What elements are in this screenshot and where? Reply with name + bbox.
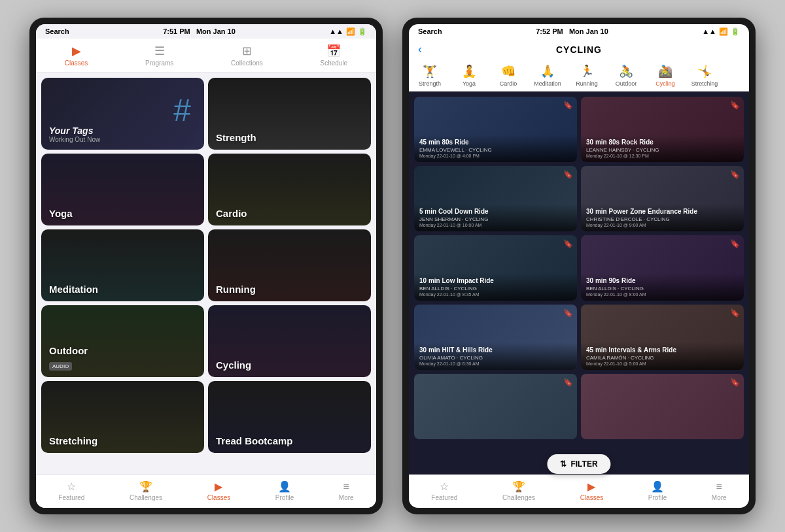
video-card-8[interactable]: 🔖 45 min Intervals & Arms Ride CAMILA RA… [581, 305, 744, 370]
tread-cell[interactable]: Tread Bootcamp [208, 381, 371, 453]
battery-icon: 🔋 [358, 27, 367, 36]
video-card-4[interactable]: 🔖 30 min Power Zone Endurance Ride CHRIS… [581, 166, 744, 231]
classes-tab-icon: ▶ [215, 480, 222, 493]
classes-tab-label: Classes [207, 494, 231, 501]
right-search-label: Search [418, 27, 442, 35]
right-challenges-label: Challenges [502, 494, 535, 501]
video-overlay-4: 30 min Power Zone Endurance Ride CHRISTI… [581, 204, 744, 231]
right-tab-challenges[interactable]: 🏆 Challenges [502, 480, 535, 501]
cat-yoga[interactable]: 🧘 Yoga [455, 64, 483, 87]
video-overlay-6: 30 min 90s Ride BEN ALLDIS · CYCLING Mon… [581, 273, 744, 301]
right-tab-featured[interactable]: ☆ Featured [431, 480, 457, 501]
video-title-8: 45 min Intervals & Arms Ride [586, 346, 739, 354]
video-grid-container: 🔖 45 min 80s Ride EMMA LOVEWELL · CYCLIN… [409, 91, 749, 474]
right-tab-more[interactable]: ≡ More [712, 481, 727, 501]
yoga-cell[interactable]: Yoga [41, 154, 204, 225]
tab-profile[interactable]: 👤 Profile [275, 480, 294, 501]
right-status-left: Search [418, 27, 442, 35]
left-status-time: 7:51 PM Mon Jan 10 [163, 27, 236, 35]
nav-collections[interactable]: ⊞ Collections [231, 44, 263, 67]
nav-classes[interactable]: ▶ Classes [65, 44, 88, 67]
right-featured-label: Featured [431, 494, 457, 501]
video-instructor-7: OLIVIA AMATO · CYCLING [419, 355, 572, 361]
cat-meditation[interactable]: 🙏 Meditation [533, 64, 562, 87]
meditation-cell[interactable]: Meditation [41, 229, 204, 301]
right-more-label: More [712, 494, 727, 501]
video-title-3: 5 min Cool Down Ride [419, 208, 572, 216]
bookmark-icon-1[interactable]: 🔖 [563, 101, 573, 110]
video-title-7: 30 min HIIT & Hills Ride [419, 346, 572, 354]
right-profile-label: Profile [648, 494, 667, 501]
tread-label: Tread Bootcamp [216, 435, 293, 446]
cat-cycling[interactable]: 🚵 Cycling [651, 64, 680, 87]
video-card-10[interactable]: 🔖 [581, 374, 744, 439]
category-tabs: 🏋 Strength 🧘 Yoga 👊 Cardio 🙏 Meditation [409, 60, 749, 91]
your-tags-cell[interactable]: # Your Tags Working Out Now [41, 78, 204, 150]
bookmark-icon-4[interactable]: 🔖 [730, 170, 740, 179]
bookmark-icon-9[interactable]: 🔖 [563, 378, 573, 387]
video-card-2[interactable]: 🔖 30 min 80s Rock Ride LEANNE HAINSBY · … [581, 97, 744, 162]
back-button[interactable]: ‹ [418, 42, 422, 56]
video-card-1[interactable]: 🔖 45 min 80s Ride EMMA LOVEWELL · CYCLIN… [414, 97, 577, 162]
bookmark-icon-5[interactable]: 🔖 [563, 239, 573, 248]
video-overlay-7: 30 min HIIT & Hills Ride OLIVIA AMATO · … [414, 342, 577, 370]
bookmark-icon-3[interactable]: 🔖 [563, 170, 573, 179]
video-overlay-8: 45 min Intervals & Arms Ride CAMILA RAMÓ… [581, 342, 744, 370]
cardio-cell[interactable]: Cardio [208, 154, 371, 225]
bookmark-icon-7[interactable]: 🔖 [563, 308, 573, 318]
left-tablet: Search 7:51 PM Mon Jan 10 ▲▲ 📶 🔋 ▶ Class [29, 18, 383, 514]
cat-running[interactable]: 🏃 Running [572, 64, 601, 87]
nav-schedule[interactable]: 📅 Schedule [320, 44, 347, 67]
more-tab-icon: ≡ [343, 481, 349, 493]
video-card-3[interactable]: 🔖 5 min Cool Down Ride JENN SHERMAN · CY… [414, 166, 577, 231]
right-classes-label: Classes [580, 494, 604, 501]
tab-classes[interactable]: ▶ Classes [207, 480, 231, 501]
video-instructor-4: CHRISTINE D'ERCOLE · CYCLING [586, 216, 739, 222]
cycling-cell[interactable]: Cycling [208, 305, 371, 377]
cat-cardio[interactable]: 👊 Cardio [494, 64, 523, 87]
video-date-8: Monday 22-01-10 @ 5:00 AM [586, 361, 739, 366]
cycling-cat-icon: 🚵 [658, 64, 672, 78]
stretching-cell[interactable]: Stretching [41, 381, 204, 453]
tab-featured[interactable]: ☆ Featured [58, 480, 84, 501]
right-status-bar: Search 7:52 PM Mon Jan 10 ▲▲ 📶 🔋 [409, 24, 749, 39]
right-challenges-icon: 🏆 [512, 480, 525, 493]
running-cat-label: Running [576, 80, 598, 87]
grid-container: # Your Tags Working Out Now Strength Yog… [41, 78, 371, 453]
video-card-7[interactable]: 🔖 30 min HIIT & Hills Ride OLIVIA AMATO … [414, 305, 577, 370]
right-tablet: Search 7:52 PM Mon Jan 10 ▲▲ 📶 🔋 ‹ CYCLI [402, 18, 756, 514]
cat-outdoor[interactable]: 🚴 Outdoor [612, 64, 640, 87]
running-cell[interactable]: Running [208, 229, 371, 301]
tab-challenges[interactable]: 🏆 Challenges [130, 480, 162, 501]
left-status-left: Search [45, 27, 69, 35]
video-instructor-3: JENN SHERMAN · CYCLING [419, 216, 572, 222]
video-card-9[interactable]: 🔖 [414, 374, 577, 439]
left-search-label: Search [45, 27, 69, 35]
video-date-6: Monday 22-01-10 @ 8:00 AM [586, 292, 739, 297]
bookmark-icon-2[interactable]: 🔖 [730, 101, 740, 110]
strength-cell[interactable]: Strength [208, 78, 371, 150]
right-tab-classes[interactable]: ▶ Classes [580, 480, 604, 501]
cycling-cat-label: Cycling [655, 80, 675, 87]
filter-button[interactable]: ⇅ FILTER [547, 454, 610, 474]
programs-nav-icon: ☰ [154, 44, 165, 58]
right-tab-profile[interactable]: 👤 Profile [648, 480, 667, 501]
right-signal-icon: ▲▲ [702, 27, 716, 35]
video-instructor-6: BEN ALLDIS · CYCLING [586, 286, 739, 291]
cat-strength[interactable]: 🏋 Strength [415, 64, 444, 87]
outdoor-cell[interactable]: Outdoor AUDIO [41, 305, 204, 377]
cat-stretching[interactable]: 🤸 Stretching [690, 64, 719, 87]
video-card-5[interactable]: 🔖 10 min Low Impact Ride BEN ALLDIS · CY… [414, 235, 577, 301]
bookmark-icon-8[interactable]: 🔖 [730, 308, 740, 318]
video-instructor-5: BEN ALLDIS · CYCLING [419, 286, 572, 291]
right-status-time: 7:52 PM Mon Jan 10 [536, 27, 608, 35]
cycling-page-title: CYCLING [556, 44, 602, 55]
bookmark-icon-10[interactable]: 🔖 [730, 378, 740, 387]
tab-more[interactable]: ≡ More [339, 481, 354, 501]
running-label: Running [216, 284, 256, 295]
nav-programs[interactable]: ☰ Programs [145, 44, 173, 67]
video-grid: 🔖 45 min 80s Ride EMMA LOVEWELL · CYCLIN… [414, 97, 744, 439]
right-header: ‹ CYCLING 🏋 Strength 🧘 Yoga 👊 Car [409, 39, 749, 91]
bookmark-icon-6[interactable]: 🔖 [730, 239, 740, 248]
video-card-6[interactable]: 🔖 30 min 90s Ride BEN ALLDIS · CYCLING M… [581, 235, 744, 301]
